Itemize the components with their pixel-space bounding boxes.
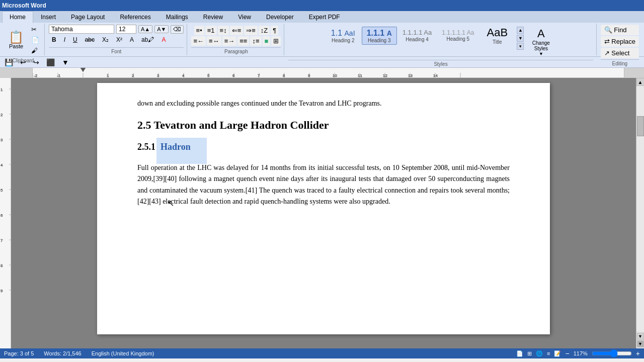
line-spacing-button[interactable]: ↕≡ [250, 36, 261, 46]
bullet-list-button[interactable]: ≡• [194, 26, 204, 35]
sort-button[interactable]: ↕Z [259, 26, 270, 35]
tab-view[interactable]: View [230, 11, 259, 23]
scroll-track[interactable] [636, 86, 644, 332]
view-fullscreen[interactable]: ⊞ [527, 350, 532, 357]
tab-page-layout[interactable]: Page Layout [63, 11, 112, 23]
grow-font-button[interactable]: A▲ [138, 25, 152, 33]
superscript-button[interactable]: X² [113, 35, 125, 44]
find-button[interactable]: 🔍 Find [601, 25, 639, 35]
cut-button[interactable]: ✂ [29, 25, 41, 34]
ribbon-tabs: Home Insert Page Layout References Maili… [0, 11, 644, 23]
gallery-scroll-up[interactable]: ▲ [517, 27, 524, 34]
svg-text:8: 8 [1, 263, 3, 268]
bold-button[interactable]: B [49, 35, 59, 44]
highlight-button[interactable]: ab🖍 [138, 35, 157, 44]
qa-print-preview[interactable]: ⬛ [44, 57, 57, 68]
style-h2-preview: 1.1 AaI [331, 28, 355, 38]
view-web[interactable]: 🌐 [536, 350, 543, 357]
svg-text:11: 11 [358, 73, 362, 77]
gallery-scroll-down[interactable]: ▼ [517, 35, 524, 42]
right-scrollbar[interactable]: ▲ ▼ ▼ [636, 78, 644, 348]
doc-scroll-area[interactable]: down and excluding possible ranges conti… [11, 78, 636, 348]
align-right-button[interactable]: ≡→ [222, 36, 237, 46]
zoom-in-button[interactable]: + [636, 349, 640, 357]
format-painter-button[interactable]: 🖌 [29, 46, 41, 55]
style-h3-label: Heading 3 [368, 38, 391, 43]
font-color-button[interactable]: A [158, 35, 169, 44]
zoom-slider[interactable] [592, 350, 632, 356]
styles-group: 1.1 AaI Heading 2 1.1.1 A Heading 3 1.1.… [285, 24, 596, 55]
justify-button[interactable]: ≡≡ [237, 36, 249, 46]
language-info: English (United Kingdom) [92, 350, 154, 356]
ribbon-content: 📋 Paste ✂ 📄 🖌 Clipboard A▲ A▼ ⌫ B I [0, 23, 644, 57]
scroll-thumb[interactable] [637, 116, 644, 136]
style-title-preview: AaB [487, 26, 508, 39]
change-styles-label: Change Styles [532, 40, 550, 51]
svg-text:1: 1 [107, 73, 109, 77]
style-title[interactable]: AaB Title [479, 25, 515, 46]
paste-button[interactable]: 📋 Paste [5, 30, 27, 51]
style-h2-label: Heading 2 [332, 38, 355, 43]
tab-references[interactable]: References [112, 11, 158, 23]
scroll-up-arrow[interactable]: ▲ [636, 78, 645, 86]
tab-insert[interactable]: Insert [33, 11, 63, 23]
select-button[interactable]: ↗ Select [601, 48, 639, 58]
text-effects-button[interactable]: A [127, 35, 137, 44]
qa-more[interactable]: ▼ [59, 57, 71, 68]
svg-text:6: 6 [232, 73, 235, 77]
replace-button[interactable]: ⇄ Replace [601, 36, 639, 47]
svg-marker-34 [80, 68, 86, 72]
style-h4-label: Heading 4 [406, 37, 429, 42]
shading-button[interactable]: ■ [263, 36, 271, 46]
zoom-level: 117% [574, 350, 588, 356]
font-size-input[interactable] [116, 25, 136, 34]
scroll-down-arrow[interactable]: ▼ [637, 333, 644, 340]
view-print[interactable]: 📄 [516, 350, 523, 357]
multilevel-list-button[interactable]: ≡↕ [218, 26, 229, 35]
style-heading3[interactable]: 1.1.1 A Heading 3 [362, 27, 397, 45]
qa-save[interactable]: 💾 [2, 57, 16, 68]
style-h4-preview: 1.1.1.1 Aa [403, 29, 432, 37]
heading-251: 2.5.1 Hadron [137, 142, 510, 152]
change-styles-button[interactable]: A Change Styles ▼ [526, 25, 556, 59]
tab-review[interactable]: Review [196, 11, 230, 23]
italic-button[interactable]: I [61, 35, 68, 44]
style-heading2[interactable]: 1.1 AaI Heading 2 [326, 27, 361, 45]
view-outline[interactable]: ≡ [547, 350, 550, 356]
svg-text:2: 2 [1, 113, 3, 117]
borders-button[interactable]: ⊞ [271, 36, 281, 46]
tab-mailings[interactable]: Mailings [158, 11, 196, 23]
scroll-end-arrow[interactable]: ▼ [637, 340, 644, 347]
editing-label: Editing [601, 59, 639, 66]
tab-expert-pdf[interactable]: Expert PDF [301, 11, 348, 23]
svg-text:2: 2 [132, 73, 134, 77]
view-draft[interactable]: 📝 [554, 350, 561, 357]
numbered-list-button[interactable]: ≡1 [205, 26, 217, 35]
subscript-button[interactable]: X₂ [99, 35, 112, 44]
qa-redo[interactable]: ↪ [31, 57, 42, 68]
ruler-right-margin [624, 68, 644, 77]
align-center-button[interactable]: ≡↔ [207, 36, 221, 46]
gallery-scroll[interactable]: ▲ ▼ ▾ [517, 27, 524, 50]
align-left-button[interactable]: ≡← [191, 36, 206, 46]
increase-indent-button[interactable]: ⇒≡ [244, 26, 258, 35]
qa-undo[interactable]: ↩ [18, 57, 29, 68]
font-name-input[interactable] [49, 25, 114, 34]
show-marks-button[interactable]: ¶ [271, 26, 278, 35]
change-styles-icon: A [537, 27, 545, 40]
style-heading5[interactable]: 1.1.1.1.1 Aa Heading 5 [437, 28, 478, 43]
tab-home[interactable]: Home [2, 11, 33, 23]
underline-button[interactable]: U [70, 35, 80, 44]
left-ruler: 1 2 3 4 5 6 7 8 9 [0, 78, 11, 348]
shrink-font-button[interactable]: A▼ [154, 25, 169, 33]
clipboard-group: 📋 Paste ✂ 📄 🖌 Clipboard [2, 24, 45, 55]
gallery-expand[interactable]: ▾ [517, 43, 524, 50]
svg-text:1: 1 [1, 87, 3, 92]
zoom-out-button[interactable]: − [565, 349, 569, 357]
strikethrough-button[interactable]: abc [82, 35, 98, 44]
style-heading4[interactable]: 1.1.1.1 Aa Heading 4 [398, 27, 437, 44]
tab-developer[interactable]: Developer [259, 11, 301, 23]
clear-formatting-button[interactable]: ⌫ [171, 25, 184, 34]
copy-button[interactable]: 📄 [29, 35, 41, 45]
decrease-indent-button[interactable]: ⇐≡ [230, 26, 244, 35]
